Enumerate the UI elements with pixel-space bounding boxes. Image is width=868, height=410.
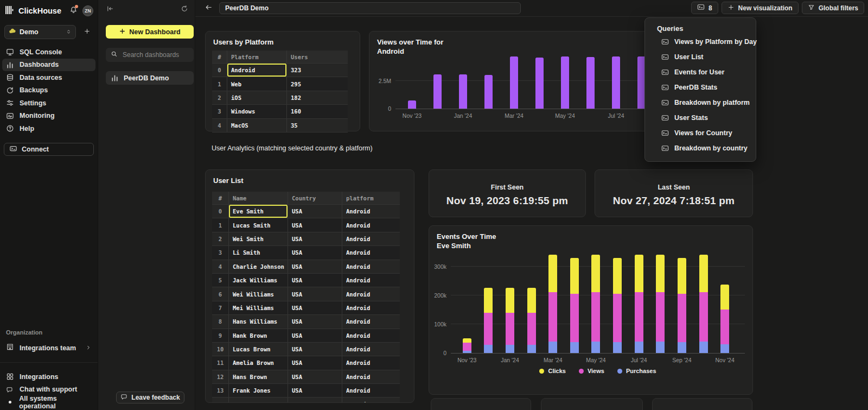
- table-cell[interactable]: Android: [342, 205, 400, 218]
- table-cell[interactable]: USA: [288, 356, 342, 369]
- table-cell[interactable]: Hank Brown: [229, 329, 288, 342]
- workspace-selector[interactable]: Demo: [4, 25, 76, 39]
- table-cell[interactable]: Charlie Johnson: [229, 260, 288, 273]
- notifications-bell-icon[interactable]: [69, 6, 78, 16]
- sidebar-item-chat-with-support[interactable]: Chat with support: [2, 383, 95, 396]
- query-item-peerdb-stats[interactable]: PeerDB Stats: [645, 80, 756, 95]
- new-dashboard-button[interactable]: New Dashboard: [106, 25, 194, 39]
- sidebar-item-help[interactable]: Help: [2, 122, 95, 135]
- sidebar-item-sql-console[interactable]: SQL Console: [2, 46, 95, 59]
- legend-item-views[interactable]: Views: [579, 368, 604, 374]
- table-cell[interactable]: Web: [227, 77, 287, 90]
- query-item-label: User Stats: [674, 114, 708, 122]
- table-cell[interactable]: USA: [288, 232, 342, 245]
- legend-item-clicks[interactable]: Clicks: [539, 368, 565, 374]
- table-cell[interactable]: Lucas Smith: [229, 218, 288, 231]
- table-cell[interactable]: Android: [342, 218, 400, 231]
- table-cell[interactable]: Android: [342, 315, 400, 328]
- table-cell[interactable]: Android: [342, 260, 400, 273]
- table-cell[interactable]: 160: [287, 105, 348, 118]
- sidebar-item-backups[interactable]: Backups: [2, 84, 95, 97]
- table-cell[interactable]: USA: [288, 246, 342, 259]
- table-cell[interactable]: USA: [288, 287, 342, 300]
- table-cell[interactable]: USA: [288, 329, 342, 342]
- table-cell[interactable]: Android: [342, 274, 400, 287]
- table-cell[interactable]: Android: [342, 287, 400, 300]
- table-cell[interactable]: iOS: [227, 91, 287, 104]
- table-cell[interactable]: Hans Williams: [229, 315, 288, 328]
- table-cell[interactable]: USA: [288, 384, 342, 397]
- table-cell[interactable]: USA: [288, 370, 342, 383]
- table-cell[interactable]: Android: [342, 370, 400, 383]
- refresh-icon[interactable]: [181, 5, 188, 15]
- table-cell: 5: [212, 274, 229, 287]
- query-item-events-for-user[interactable]: Events for User: [645, 65, 756, 80]
- table-cell[interactable]: 295: [287, 77, 348, 90]
- table-cell[interactable]: Android: [227, 64, 287, 77]
- column-header: platform: [342, 192, 400, 204]
- legend-item-purchases[interactable]: Purchases: [617, 368, 656, 374]
- query-item-breakdown-by-country[interactable]: Breakdown by country: [645, 141, 756, 156]
- table-cell[interactable]: MacOS: [227, 119, 287, 132]
- sidebar-item-dashboards[interactable]: Dashboards: [2, 59, 95, 72]
- queries-count-button[interactable]: 8: [691, 2, 718, 14]
- query-item-views-for-country[interactable]: Views for Country: [645, 125, 756, 141]
- sidebar-item-label: Settings: [20, 99, 46, 107]
- dashboard-item-peerdb-demo[interactable]: PeerDB Demo: [106, 71, 194, 85]
- sidebar-item-data-sources[interactable]: Data sources: [2, 71, 95, 84]
- table-cell[interactable]: Lucas Brown: [229, 343, 288, 356]
- table-cell[interactable]: USA: [288, 205, 342, 218]
- query-item-breakdown-by-platform[interactable]: Breakdown by platform: [645, 95, 756, 110]
- sidebar-item-settings[interactable]: Settings: [2, 97, 95, 110]
- new-visualization-button[interactable]: New visualization: [722, 2, 799, 14]
- table-cell[interactable]: USA: [288, 218, 342, 231]
- table-cell[interactable]: USA: [288, 260, 342, 273]
- table-cell[interactable]: Android: [342, 343, 400, 356]
- connect-button[interactable]: Connect: [4, 143, 94, 156]
- table-cell[interactable]: Jack Williams: [229, 274, 288, 287]
- table-cell[interactable]: 35: [287, 119, 348, 132]
- sidebar-item-all-systems-operational[interactable]: All systems operational: [2, 396, 95, 409]
- table-cell[interactable]: Li Smith: [229, 246, 288, 259]
- table-cell[interactable]: 323: [287, 64, 348, 77]
- table-cell: 10: [212, 343, 229, 356]
- table-cell[interactable]: 182: [287, 91, 348, 104]
- table-cell[interactable]: USA: [288, 398, 342, 403]
- table-cell[interactable]: Wei Smith: [229, 232, 288, 245]
- avatar[interactable]: ZN: [82, 5, 93, 16]
- table-cell[interactable]: Eve Smith: [229, 205, 288, 218]
- back-arrow-icon[interactable]: [205, 3, 213, 14]
- table-cell[interactable]: Hans Brown: [229, 370, 288, 383]
- table-cell[interactable]: Android: [342, 232, 400, 245]
- sidebar-item-integrations[interactable]: Integrations: [2, 370, 95, 383]
- table-cell[interactable]: USA: [288, 315, 342, 328]
- table-cell[interactable]: Android: [342, 384, 400, 397]
- leave-feedback-button[interactable]: Leave feedback: [116, 392, 184, 403]
- query-item-views-by-platform-by-day[interactable]: Views by Platform by Day: [645, 34, 756, 49]
- table-cell[interactable]: Mei Williams: [229, 301, 288, 314]
- table-cell[interactable]: Android: [342, 301, 400, 314]
- x-tick-label: [425, 112, 450, 119]
- search-input[interactable]: [122, 51, 189, 59]
- table-cell[interactable]: Android: [342, 246, 400, 259]
- panel-partial: [431, 398, 531, 410]
- table-cell[interactable]: Android: [342, 329, 400, 342]
- collapse-sidebar-icon[interactable]: [106, 5, 114, 15]
- table-cell[interactable]: Android: [342, 356, 400, 369]
- dashboard-title-input[interactable]: [219, 2, 521, 14]
- add-service-button[interactable]: [80, 25, 93, 39]
- query-item-user-stats[interactable]: User Stats: [645, 110, 756, 125]
- global-filters-button[interactable]: Global filters: [802, 2, 864, 14]
- table-cell[interactable]: Frank Jones: [229, 384, 288, 397]
- table-cell[interactable]: Android: [342, 398, 400, 403]
- query-item-user-list[interactable]: User List: [645, 49, 756, 65]
- table-cell[interactable]: Noah Jones: [229, 398, 288, 403]
- sidebar-item-monitoring[interactable]: Monitoring: [2, 110, 95, 123]
- table-cell[interactable]: USA: [288, 343, 342, 356]
- table-cell[interactable]: Windows: [227, 105, 287, 118]
- table-cell[interactable]: USA: [288, 301, 342, 314]
- sidebar-item-integrations-team[interactable]: Integrations team: [2, 342, 95, 354]
- table-cell[interactable]: USA: [288, 274, 342, 287]
- table-cell[interactable]: Amelia Brown: [229, 356, 288, 369]
- table-cell[interactable]: Wei Williams: [229, 287, 288, 300]
